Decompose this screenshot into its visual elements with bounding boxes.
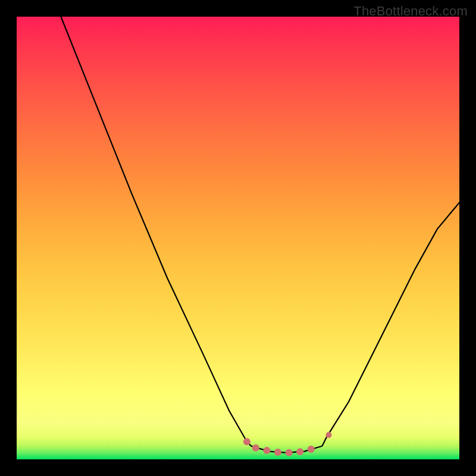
trough-marker [243, 438, 250, 445]
trough-marker [274, 449, 281, 456]
trough-marker [263, 447, 270, 454]
curve-svg [17, 17, 459, 459]
trough-marker [286, 449, 293, 456]
bottleneck-curve [61, 17, 459, 453]
trough-marker [296, 448, 303, 455]
chart-plot-area [17, 17, 459, 459]
trough-markers [243, 432, 332, 456]
trough-marker [252, 444, 259, 452]
watermark-text: TheBottleneck.com [353, 4, 468, 19]
trough-marker [308, 446, 315, 453]
chart-frame: TheBottleneck.com [0, 0, 476, 476]
trough-marker [326, 432, 332, 438]
